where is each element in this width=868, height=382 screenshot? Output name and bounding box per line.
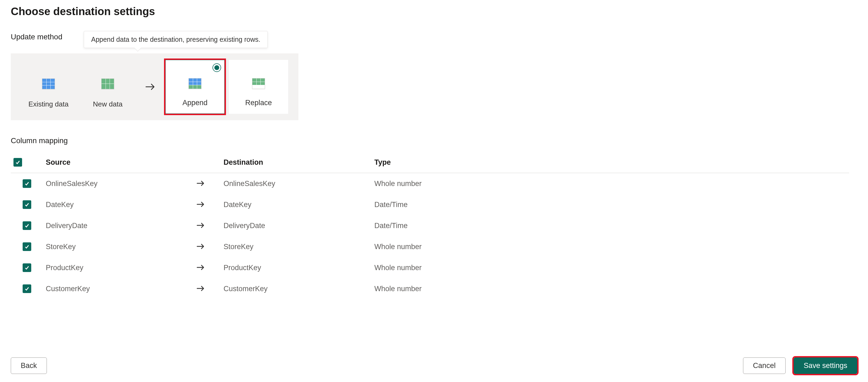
column-mapping-label: Column mapping <box>11 137 857 145</box>
table-row: ProductKeyProductKeyWhole number <box>11 257 849 278</box>
page-title: Choose destination settings <box>11 5 857 18</box>
table-icon <box>188 78 202 89</box>
type-cell: Whole number <box>372 173 849 194</box>
append-label: Append <box>182 99 207 107</box>
row-checkbox[interactable] <box>23 263 31 272</box>
destination-cell: StoreKey <box>221 236 372 257</box>
data-preview-group: Existing data New data Append <box>11 53 299 120</box>
replace-option[interactable]: Replace <box>229 60 288 114</box>
source-cell: DeliveryDate <box>43 215 194 236</box>
column-mapping-table: Source Destination Type OnlineSalesKeyOn… <box>11 153 849 299</box>
table-icon <box>42 79 55 89</box>
table-row: OnlineSalesKeyOnlineSalesKeyWhole number <box>11 173 849 194</box>
row-checkbox[interactable] <box>23 179 31 188</box>
existing-data-label: Existing data <box>29 100 69 108</box>
row-checkbox[interactable] <box>23 200 31 209</box>
table-icon <box>101 79 114 89</box>
table-icon <box>252 78 265 89</box>
append-tooltip: Append data to the destination, preservi… <box>84 31 268 48</box>
row-checkbox[interactable] <box>23 221 31 230</box>
column-mapping-scroll[interactable]: Source Destination Type OnlineSalesKeyOn… <box>11 153 857 310</box>
source-cell: StoreKey <box>43 236 194 257</box>
back-button[interactable]: Back <box>11 357 47 374</box>
new-data-label: New data <box>93 100 123 108</box>
destination-cell: ProductKey <box>221 257 372 278</box>
type-cell: Date/Time <box>372 194 849 215</box>
arrow-right-icon <box>194 278 221 299</box>
arrow-right-icon <box>194 236 221 257</box>
header-type: Type <box>372 153 849 173</box>
select-all-checkbox[interactable] <box>13 158 22 167</box>
arrow-right-icon <box>194 215 221 236</box>
row-checkbox[interactable] <box>23 242 31 251</box>
table-row: DeliveryDateDeliveryDateDate/Time <box>11 215 849 236</box>
arrow-right-icon <box>194 173 221 194</box>
type-cell: Whole number <box>372 236 849 257</box>
source-cell: OnlineSalesKey <box>43 173 194 194</box>
type-cell: Whole number <box>372 278 849 299</box>
table-row: DateKeyDateKeyDate/Time <box>11 194 849 215</box>
update-method-label: Update method <box>11 31 62 41</box>
replace-label: Replace <box>245 99 272 107</box>
source-cell: CustomerKey <box>43 278 194 299</box>
new-data-tile: New data <box>78 63 137 111</box>
row-checkbox[interactable] <box>23 285 31 293</box>
arrow-right-icon <box>194 257 221 278</box>
cancel-button[interactable]: Cancel <box>743 357 785 374</box>
header-source: Source <box>43 153 194 173</box>
destination-cell: OnlineSalesKey <box>221 173 372 194</box>
source-cell: DateKey <box>43 194 194 215</box>
append-option[interactable]: Append <box>165 60 225 114</box>
type-cell: Whole number <box>372 257 849 278</box>
destination-cell: DateKey <box>221 194 372 215</box>
destination-cell: DeliveryDate <box>221 215 372 236</box>
source-cell: ProductKey <box>43 257 194 278</box>
table-row: CustomerKeyCustomerKeyWhole number <box>11 278 849 299</box>
save-settings-button[interactable]: Save settings <box>794 357 857 374</box>
arrow-right-icon <box>137 83 163 91</box>
header-destination: Destination <box>221 153 372 173</box>
radio-selected-icon <box>213 63 221 72</box>
update-method-options: Existing data New data Append <box>11 53 857 120</box>
existing-data-tile: Existing data <box>19 63 78 111</box>
arrow-right-icon <box>194 194 221 215</box>
table-row: StoreKeyStoreKeyWhole number <box>11 236 849 257</box>
type-cell: Date/Time <box>372 215 849 236</box>
destination-cell: CustomerKey <box>221 278 372 299</box>
